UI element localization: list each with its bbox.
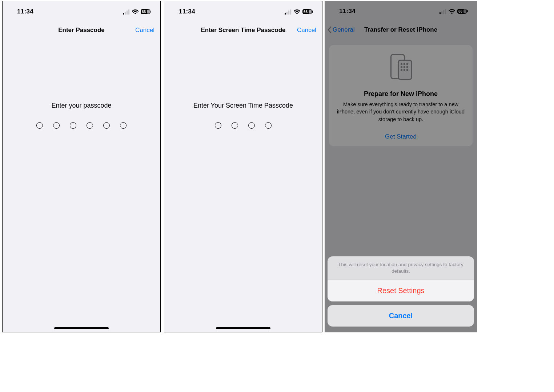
svg-rect-11 <box>312 11 313 13</box>
cancel-button[interactable]: Cancel <box>135 27 154 34</box>
home-indicator[interactable] <box>54 327 109 329</box>
action-sheet: This will reset your location and privac… <box>328 256 474 327</box>
action-sheet-group: This will reset your location and privac… <box>328 256 474 301</box>
cellular-icon <box>285 9 292 15</box>
nav-title: Enter Screen Time Passcode <box>201 27 285 34</box>
nav-bar: Enter Screen Time Passcode Cancel <box>164 22 322 38</box>
action-sheet-message: This will reset your location and privac… <box>328 256 474 280</box>
phone-screen-screentime-passcode: 11:34 66 Enter Screen Time Passcode Canc… <box>164 1 322 332</box>
passcode-dot <box>215 122 221 129</box>
nav-bar: Enter Passcode Cancel <box>3 22 160 38</box>
passcode-dot <box>103 122 110 129</box>
status-bar: 11:34 66 <box>3 1 160 22</box>
phone-screen-reset-actionsheet: 11:34 66 General Transfer or Reset iPhon… <box>325 1 477 332</box>
passcode-dot <box>36 122 43 129</box>
svg-rect-6 <box>147 10 150 14</box>
cancel-button[interactable]: Cancel <box>297 27 316 34</box>
passcode-dots[interactable] <box>3 122 160 129</box>
passcode-dot <box>53 122 60 129</box>
status-bar: 11:34 66 <box>164 1 322 22</box>
svg-rect-7 <box>150 11 151 13</box>
svg-text:66: 66 <box>142 10 146 14</box>
passcode-dot <box>232 122 238 129</box>
wifi-icon <box>294 9 300 15</box>
home-indicator[interactable] <box>216 327 270 329</box>
passcode-dot <box>248 122 255 129</box>
passcode-section: Enter your passcode <box>3 102 160 129</box>
status-time: 11:34 <box>17 8 33 15</box>
battery-icon: 66 <box>302 9 313 15</box>
battery-icon: 66 <box>141 9 152 15</box>
cellular-icon <box>123 9 130 15</box>
passcode-dot <box>265 122 272 129</box>
wifi-icon <box>132 9 138 15</box>
passcode-dot <box>87 122 93 129</box>
passcode-dots[interactable] <box>164 122 322 129</box>
status-icons: 66 <box>285 9 313 15</box>
nav-title: Enter Passcode <box>58 27 105 34</box>
svg-text:66: 66 <box>304 10 308 14</box>
reset-settings-button[interactable]: Reset Settings <box>328 280 474 301</box>
status-time: 11:34 <box>179 8 195 15</box>
passcode-section: Enter Your Screen Time Passcode <box>164 102 322 129</box>
svg-rect-10 <box>309 10 312 14</box>
passcode-dot <box>70 122 76 129</box>
cancel-button[interactable]: Cancel <box>328 305 474 327</box>
passcode-prompt: Enter your passcode <box>3 102 160 109</box>
phone-screen-enter-passcode: 11:34 66 Enter Passcode Cancel Enter you… <box>2 1 161 332</box>
passcode-dot <box>120 122 127 129</box>
status-icons: 66 <box>123 9 152 15</box>
passcode-prompt: Enter Your Screen Time Passcode <box>164 102 322 109</box>
